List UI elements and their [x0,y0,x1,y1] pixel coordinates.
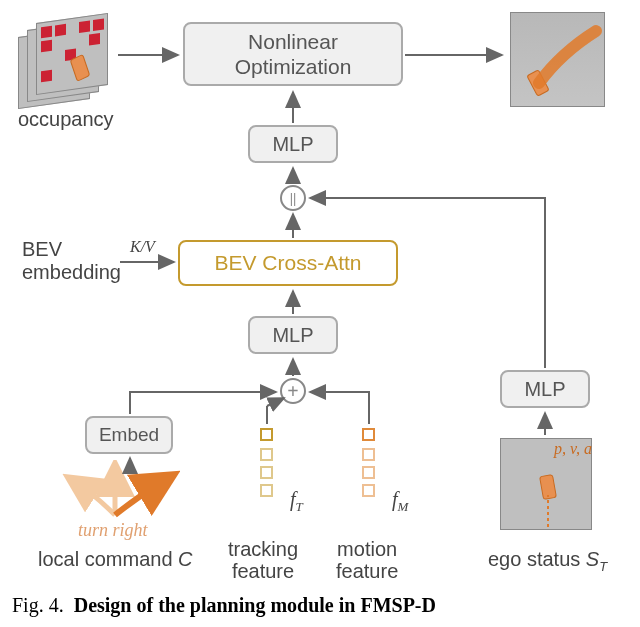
add-op: + [280,378,306,404]
concat-symbol: || [290,190,297,207]
turn-right-text: turn right [78,520,148,541]
bev-embedding-label: BEV embedding [22,238,121,284]
occupancy-label: occupancy [18,108,114,131]
output-trajectory [510,12,605,107]
mlp-right-box: MLP [500,370,590,408]
local-command-label: local command C [38,548,193,571]
embed-box: Embed [85,416,173,454]
motion-token [362,484,375,497]
motion-token [362,428,375,441]
tracking-token [260,428,273,441]
tracking-token [260,448,273,461]
plus-symbol: + [287,381,298,401]
fM-label: fM [392,488,408,515]
diagram-canvas: occupancy Nonlinear Optimization MLP || … [0,0,640,627]
ego-status-label: ego status ST [488,548,607,574]
figure-caption: Fig. 4. Design of the planning module in… [12,594,628,617]
kv-label: K/V [130,238,155,256]
svg-line-9 [267,398,284,406]
pva-label: p, v, a [554,440,592,458]
motion-feature-label: motion feature [336,538,398,582]
tracking-token [260,484,273,497]
motion-token [362,466,375,479]
mlp-top-box: MLP [248,125,338,163]
mlp-mid-box: MLP [248,316,338,354]
motion-token [362,448,375,461]
tracking-feature-label: tracking feature [228,538,298,582]
tracking-token [260,466,273,479]
nonlinear-optimization-box: Nonlinear Optimization [183,22,403,86]
concat-op: || [280,185,306,211]
fT-label: fT [290,488,303,515]
bev-cross-attn-box: BEV Cross-Attn [178,240,398,286]
